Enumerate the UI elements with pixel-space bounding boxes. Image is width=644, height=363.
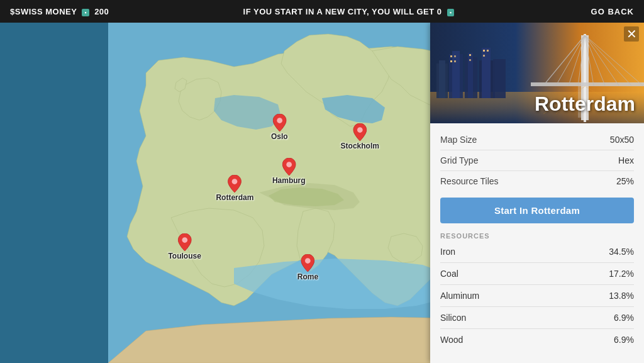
stat-grid-type-label: Grid Type — [440, 155, 478, 165]
city-label: Rome — [297, 272, 318, 281]
map-pin — [272, 114, 286, 131]
resource-row: Iron34.5% — [440, 241, 634, 263]
city-marker-toulouse[interactable]: Toulouse — [168, 233, 201, 260]
city-label: Toulouse — [168, 252, 201, 260]
city-marker-stockholm[interactable]: Stockholm — [341, 123, 379, 150]
stat-grid-type-value: Hex — [618, 155, 634, 165]
map-pin — [178, 233, 192, 251]
resources-label: RESOURCES — [440, 232, 634, 240]
svg-rect-24 — [469, 59, 471, 61]
map-pin — [301, 254, 314, 272]
close-button[interactable]: ✕ — [624, 26, 639, 42]
city-marker-rome[interactable]: Rome — [297, 254, 318, 281]
resource-name: Aluminum — [440, 291, 479, 301]
svg-point-4 — [286, 162, 292, 167]
svg-rect-11 — [439, 60, 445, 98]
resource-name: Iron — [440, 247, 455, 257]
go-back-button[interactable]: GO BACK — [591, 7, 634, 16]
svg-rect-22 — [454, 60, 456, 62]
resource-row: Aluminum13.8% — [440, 285, 634, 307]
svg-rect-13 — [452, 51, 460, 98]
svg-rect-23 — [469, 54, 471, 56]
money-icon: ▪ — [82, 9, 89, 16]
stat-resource-tiles: Resource Tiles 25% — [440, 171, 634, 191]
map-pin — [282, 158, 296, 176]
city-label: Stockholm — [341, 142, 379, 150]
money-amount: 200 — [94, 7, 109, 16]
city-marker-hamburg[interactable]: Hamburg — [272, 158, 306, 185]
stat-resource-tiles-value: 25% — [616, 176, 634, 186]
stat-grid-type: Grid Type Hex — [440, 150, 634, 171]
city-marker-oslo[interactable]: Oslo — [271, 114, 288, 141]
svg-rect-26 — [483, 55, 485, 57]
city-label: Oslo — [271, 132, 288, 141]
money-display: $SWISS MONEY ▪ 200 — [10, 7, 109, 16]
svg-rect-27 — [487, 50, 489, 52]
resource-value: 6.9% — [614, 313, 634, 323]
svg-point-5 — [232, 179, 238, 184]
stat-map-size-label: Map Size — [440, 135, 477, 145]
resources-list: Iron34.5%Coal17.2%Aluminum13.8%Silicon6.… — [440, 241, 634, 350]
city-label: Rotterdam — [216, 193, 253, 202]
svg-point-7 — [305, 258, 311, 264]
panel-stats: Map Size 50x50 Grid Type Hex Resource Ti… — [430, 123, 644, 191]
map-pin — [228, 175, 242, 193]
resource-value: 6.9% — [614, 335, 634, 345]
city-marker-rotterdam[interactable]: Rotterdam — [216, 175, 253, 202]
stat-resource-tiles-label: Resource Tiles — [440, 176, 499, 186]
resource-name: Wood — [440, 335, 463, 345]
resource-row: Wood6.9% — [440, 329, 634, 350]
stat-map-size-value: 50x50 — [610, 135, 634, 145]
zero-badge: ▪ — [447, 9, 455, 16]
map-pin — [353, 123, 367, 141]
resource-value: 34.5% — [609, 247, 634, 257]
city-label: Hamburg — [272, 176, 306, 185]
svg-rect-21 — [450, 60, 452, 62]
panel-city-name: Rotterdam — [535, 92, 635, 116]
svg-rect-25 — [483, 50, 485, 52]
resources-section: RESOURCES Iron34.5%Coal17.2%Aluminum13.8… — [430, 230, 644, 363]
svg-rect-30 — [531, 82, 644, 86]
panel-image: Rotterdam ✕ — [430, 23, 644, 123]
side-panel: Rotterdam ✕ Map Size 50x50 Grid Type Hex… — [430, 23, 644, 363]
center-message: IF YOU START IN A NEW CITY, YOU WILL GET… — [243, 7, 457, 16]
svg-rect-19 — [450, 55, 452, 57]
svg-point-6 — [182, 237, 187, 243]
svg-rect-18 — [493, 59, 506, 98]
svg-point-2 — [357, 127, 363, 133]
money-label: $SWISS MONEY — [10, 7, 77, 16]
start-button[interactable]: Start In Rotterdam — [440, 198, 634, 223]
resource-value: 17.2% — [609, 269, 634, 279]
resource-value: 13.8% — [609, 291, 634, 301]
resource-row: Coal17.2% — [440, 263, 634, 285]
resource-row: Silicon6.9% — [440, 307, 634, 329]
svg-rect-20 — [454, 55, 456, 57]
resource-name: Coal — [440, 269, 458, 279]
stat-map-size: Map Size 50x50 — [440, 130, 634, 150]
resource-name: Silicon — [440, 313, 466, 323]
svg-point-1 — [277, 118, 282, 123]
top-bar: $SWISS MONEY ▪ 200 IF YOU START IN A NEW… — [0, 0, 644, 23]
